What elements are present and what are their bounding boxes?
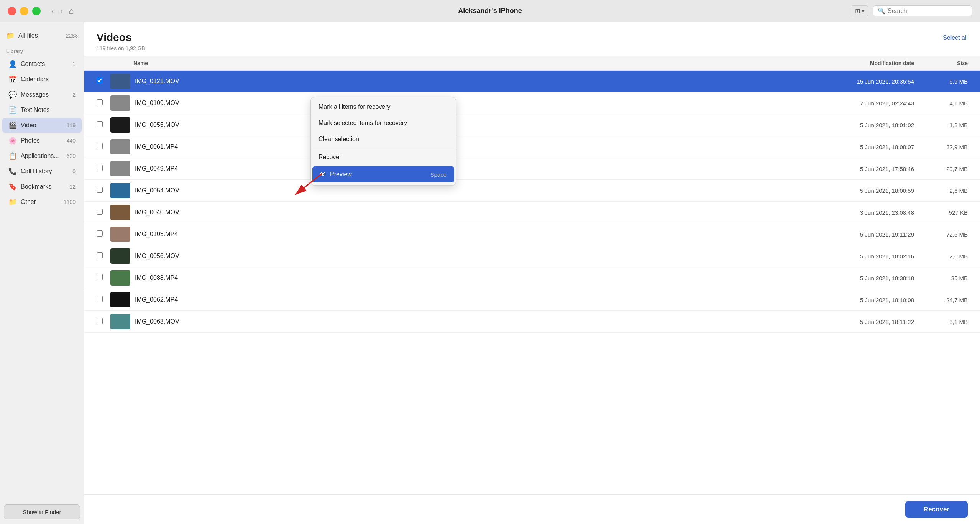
all-files-count: 2283 [66,33,78,39]
context-menu: Mark all items for recovery Mark selecte… [310,97,456,186]
table-row[interactable]: IMG_0054.MOV 5 Jun 2021, 18:00:59 2,6 MB [84,180,980,202]
sidebar-item-video[interactable]: 🎬 Video 119 [2,118,82,133]
thumbnail [110,270,130,286]
row-checkbox[interactable] [97,230,103,237]
sidebar-item-all-files[interactable]: 📁 All files 2283 [0,28,84,43]
file-size: 527 KB [922,209,968,216]
table-row[interactable]: IMG_0055.MOV 5 Jun 2021, 18:01:02 1,8 MB [84,114,980,136]
row-checkbox[interactable] [97,187,103,193]
sidebar-label-video: Video [21,122,36,129]
file-size: 32,9 MB [922,144,968,150]
select-all-button[interactable]: Select all [943,34,968,41]
sidebar-label-contacts: Contacts [21,61,45,67]
row-checkbox[interactable] [97,296,103,302]
folder-icon: 📁 [6,31,15,40]
table-row[interactable]: IMG_0062.MP4 5 Jun 2021, 18:10:08 24,7 M… [84,289,980,311]
nav-arrows: ‹ › [50,7,64,15]
show-in-finder-button[interactable]: Show in Finder [4,504,80,519]
sidebar-item-messages[interactable]: 💬 Messages 2 [2,87,82,102]
table-body: IMG_0121.MOV 15 Jun 2021, 20:35:54 6,9 M… [84,71,980,524]
applications-count: 620 [67,153,76,159]
video-count: 119 [67,122,76,128]
maximize-button[interactable] [32,7,41,15]
file-name: IMG_0049.MP4 [135,165,814,172]
row-checkbox[interactable] [97,121,103,127]
minimize-button[interactable] [20,7,28,15]
bookmarks-count: 12 [69,184,76,190]
row-checkbox[interactable] [97,318,103,324]
thumbnail [110,95,130,111]
row-checkbox[interactable] [97,252,103,258]
row-checkbox[interactable] [97,143,103,149]
bookmarks-icon: 🔖 [8,182,17,191]
file-date: 5 Jun 2021, 17:58:46 [814,166,922,172]
search-icon: 🔍 [878,7,885,15]
file-date: 7 Jun 2021, 02:24:43 [814,100,922,107]
footer-bar: Recover [84,494,980,524]
sidebar-item-applications[interactable]: 📋 Applications... 620 [2,149,82,163]
other-count: 1100 [64,199,76,205]
table-row[interactable]: IMG_0056.MOV 5 Jun 2021, 18:02:16 2,6 MB [84,245,980,267]
row-checkbox[interactable] [97,99,103,105]
back-button[interactable]: ‹ [50,7,56,15]
row-checkbox[interactable] [97,77,103,84]
file-size: 3,1 MB [922,319,968,325]
call-history-count: 0 [72,168,76,174]
file-name: IMG_0062.MP4 [135,296,814,303]
file-date: 5 Jun 2021, 18:02:16 [814,253,922,260]
recover-button[interactable]: Recover [905,501,968,518]
sidebar-item-calendars[interactable]: 📅 Calendars [2,72,82,87]
file-size: 2,6 MB [922,253,968,260]
sidebar-item-call-history[interactable]: 📞 Call History 0 [2,164,82,179]
sidebar-item-contacts[interactable]: 👤 Contacts 1 [2,57,82,71]
search-box[interactable]: 🔍 [873,5,972,16]
row-checkbox[interactable] [97,209,103,215]
file-size: 6,9 MB [922,78,968,85]
thumbnail [110,183,130,198]
file-name: IMG_0040.MOV [135,209,814,216]
context-clear-selection[interactable]: Clear selection [311,131,456,147]
sidebar-item-bookmarks[interactable]: 🔖 Bookmarks 12 [2,179,82,194]
table-row[interactable]: IMG_0040.MOV 3 Jun 2021, 23:08:48 527 KB [84,202,980,223]
file-name: IMG_0088.MP4 [135,274,814,281]
table-row[interactable]: IMG_0088.MP4 5 Jun 2021, 18:38:18 35 MB [84,267,980,289]
file-name: IMG_0056.MOV [135,253,814,260]
titlebar: ‹ › ⌂ Aleksandr's iPhone ⊞ ▾ 🔍 [0,0,980,22]
table-row[interactable]: IMG_0063.MOV 5 Jun 2021, 18:11:22 3,1 MB [84,311,980,333]
contacts-count: 1 [72,61,76,67]
row-checkbox[interactable] [97,274,103,280]
thumbnail [110,314,130,329]
file-date: 15 Jun 2021, 20:35:54 [814,78,922,85]
file-size: 4,1 MB [922,100,968,107]
table-row[interactable]: IMG_0103.MP4 5 Jun 2021, 19:11:29 72,5 M… [84,223,980,245]
sidebar-item-photos[interactable]: 🌸 Photos 440 [2,133,82,148]
table-row[interactable]: IMG_0049.MP4 5 Jun 2021, 17:58:46 29,7 M… [84,158,980,180]
sidebar-label-calendars: Calendars [21,76,49,83]
sidebar-label-other: Other [21,199,36,205]
close-button[interactable] [8,7,16,15]
size-column-header: Size [922,60,968,66]
forward-button[interactable]: › [59,7,64,15]
file-size: 35 MB [922,275,968,281]
page-title: Videos [97,31,145,44]
table-row[interactable]: IMG_0061.MP4 5 Jun 2021, 18:08:07 32,9 M… [84,136,980,158]
home-button[interactable]: ⌂ [69,6,74,16]
row-checkbox[interactable] [97,165,103,171]
context-mark-all[interactable]: Mark all items for recovery [311,99,456,115]
sidebar-label-call-history: Call History [21,168,52,175]
thumbnail [110,248,130,264]
context-mark-selected[interactable]: Mark selected items for recovery [311,115,456,131]
sidebar-item-text-notes[interactable]: 📄 Text Notes [2,103,82,117]
context-preview[interactable]: 👁 Preview Space [312,166,454,182]
table-row[interactable]: IMG_0121.MOV 15 Jun 2021, 20:35:54 6,9 M… [84,71,980,92]
file-date: 5 Jun 2021, 18:00:59 [814,187,922,194]
table-row[interactable]: IMG_0109.MOV 7 Jun 2021, 02:24:43 4,1 MB [84,92,980,114]
context-recover[interactable]: Recover [311,149,456,165]
sidebar-item-other[interactable]: 📁 Other 1100 [2,195,82,209]
search-input[interactable] [888,8,967,15]
sidebar-label-text-notes: Text Notes [21,107,50,113]
view-toggle-button[interactable]: ⊞ ▾ [852,5,868,16]
library-section-title: Library [0,43,84,56]
messages-count: 2 [72,92,76,98]
thumbnail [110,161,130,176]
